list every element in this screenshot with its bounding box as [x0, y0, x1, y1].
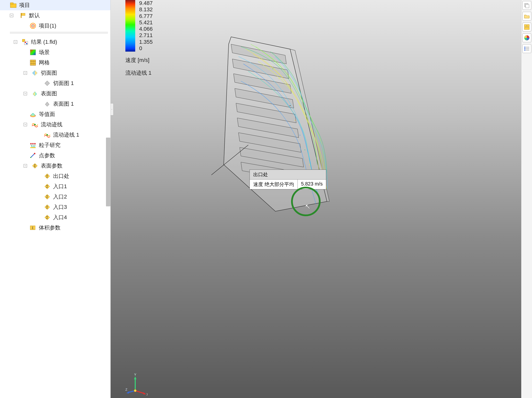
expander-icon[interactable]: −	[24, 164, 27, 168]
tree-node-surfaceparam[interactable]: − Σ 表面参数	[0, 161, 110, 171]
panel-drag-handle[interactable]	[111, 103, 114, 115]
svg-point-34	[34, 153, 35, 154]
tree-label: 入口1	[53, 183, 67, 190]
tree-node-surfaceplot1[interactable]: 表面图 1	[0, 99, 110, 109]
folder-open-icon[interactable]	[522, 12, 531, 21]
target-icon	[30, 22, 36, 29]
svg-text:Σ: Σ	[46, 185, 48, 188]
feature-tree-panel[interactable]: 项目 − 默认 项目(1) − 结果 (1.fld	[0, 0, 111, 398]
tree-label: 流动迹线	[41, 121, 62, 128]
tree-node-scene[interactable]: 场景	[0, 47, 110, 57]
list-icon[interactable]	[522, 44, 531, 53]
tree-label: 表面图	[41, 90, 57, 97]
svg-point-6	[32, 25, 33, 26]
svg-marker-18	[35, 71, 37, 75]
color-legend[interactable]: 9.487 8.132 6.777 5.421 4.066 2.711 1.35…	[125, 0, 153, 52]
svg-point-64	[290, 105, 291, 106]
triad-y-label: Y	[134, 373, 136, 376]
svg-point-67	[305, 150, 305, 150]
right-toolbar	[521, 0, 532, 398]
svg-text:Σ: Σ	[46, 195, 48, 199]
tree-label: 体积参数	[39, 224, 60, 231]
svg-text:Σ: Σ	[46, 205, 48, 209]
tree-label: 项目	[19, 1, 30, 9]
svg-rect-89	[524, 50, 525, 51]
gradient-icon	[30, 49, 36, 56]
legend-tick: 8.132	[139, 6, 153, 13]
triad-z-label: Z	[125, 388, 127, 391]
legend-tick: 4.066	[139, 26, 153, 32]
tree-node-sp-in3[interactable]: Σ 入口3	[0, 202, 110, 212]
grid-icon	[30, 59, 36, 66]
tree-label: 出口处	[53, 172, 69, 180]
tree-label: 入口4	[53, 214, 67, 221]
svg-rect-11	[30, 50, 36, 55]
svg-point-25	[46, 134, 48, 136]
tree-node-surfaceplot[interactable]: − 表面图	[0, 88, 110, 99]
expander-icon[interactable]: −	[24, 71, 27, 75]
tree-label: 场景	[39, 49, 50, 56]
tree-node-isosurface[interactable]: 等值面	[0, 109, 110, 119]
tree-label: 表面图 1	[53, 100, 74, 108]
tree-label: 项目(1)	[39, 22, 56, 29]
svg-rect-10	[26, 43, 27, 44]
sigma-icon: Σ	[31, 162, 38, 169]
probe-callout[interactable]: 出口处 速度 绝大部分平均 5.823 m/s	[250, 170, 326, 189]
svg-marker-73	[134, 376, 136, 379]
sigma-icon: Σ	[44, 204, 51, 211]
svg-text:Σ: Σ	[46, 174, 48, 178]
tree-node-sp-outlet[interactable]: Σ 出口处	[0, 171, 110, 181]
tree-node-sp-in1[interactable]: Σ 入口1	[0, 181, 110, 192]
sigma-icon: Σ	[44, 214, 51, 221]
svg-line-31	[35, 145, 35, 147]
tree-splitter[interactable]	[10, 32, 108, 33]
tree-label: 入口2	[53, 193, 67, 200]
expander-icon[interactable]: −	[14, 40, 17, 44]
svg-marker-21	[35, 92, 37, 96]
stack-icon[interactable]	[522, 1, 531, 10]
orientation-triad[interactable]: Y X Z	[125, 373, 148, 396]
tree-node-project1[interactable]: 项目(1)	[0, 21, 110, 31]
layout-icon[interactable]	[522, 23, 531, 31]
folder-icon	[10, 2, 17, 9]
tree-node-flowtraj[interactable]: − 流动迹线	[0, 119, 110, 130]
tree-node-flowtraj1[interactable]: 流动迹线 1	[0, 130, 110, 140]
tree-node-results[interactable]: − 结果 (1.fld)	[0, 37, 110, 47]
svg-point-27	[32, 143, 34, 144]
callout-param: 速度 绝大部分平均	[250, 180, 298, 189]
tree-scrollbar[interactable]	[106, 138, 110, 206]
tree-node-mesh[interactable]: 网格	[0, 57, 110, 68]
svg-rect-81	[524, 25, 527, 27]
svg-point-68	[310, 164, 310, 165]
tree-node-project[interactable]: 项目	[0, 0, 110, 10]
expander-icon[interactable]: −	[24, 92, 27, 95]
svg-rect-82	[527, 25, 529, 27]
legend-tick: 5.421	[139, 19, 153, 26]
tree-label: 切面图 1	[53, 80, 74, 87]
tree-node-particle[interactable]: 粒子研究	[0, 140, 110, 150]
legend-tick: 6.777	[139, 13, 153, 19]
tree-node-pointparam[interactable]: 点参数	[0, 150, 110, 161]
3d-viewport[interactable]: 9.487 8.132 6.777 5.421 4.066 2.711 1.35…	[111, 0, 521, 398]
tree-node-cutplot[interactable]: − 切面图	[0, 68, 110, 78]
tree-label: 点参数	[39, 152, 55, 159]
expander-icon[interactable]: −	[24, 123, 27, 126]
appearance-icon[interactable]	[522, 33, 531, 42]
expander-icon[interactable]: −	[10, 14, 13, 17]
legend-tick: 9.487	[139, 0, 153, 6]
tree-node-sp-in2[interactable]: Σ 入口2	[0, 192, 110, 202]
tree-node-cutplot1[interactable]: 切面图 1	[0, 78, 110, 88]
results-icon	[22, 39, 29, 45]
callout-title: 出口处	[250, 170, 326, 180]
tree-label: 切面图	[41, 69, 57, 77]
tree-node-volparam[interactable]: Σ 体积参数	[0, 223, 110, 233]
surfaceplot-icon	[31, 90, 38, 97]
flag-icon	[20, 12, 27, 19]
tree-label: 入口3	[53, 203, 67, 211]
isosurface-icon	[30, 111, 36, 118]
tree-node-default[interactable]: − 默认	[0, 10, 110, 21]
svg-rect-87	[524, 48, 525, 49]
svg-rect-85	[524, 47, 525, 48]
sigma-icon: Σ	[44, 193, 51, 200]
tree-node-sp-in4[interactable]: Σ 入口4	[0, 212, 110, 223]
